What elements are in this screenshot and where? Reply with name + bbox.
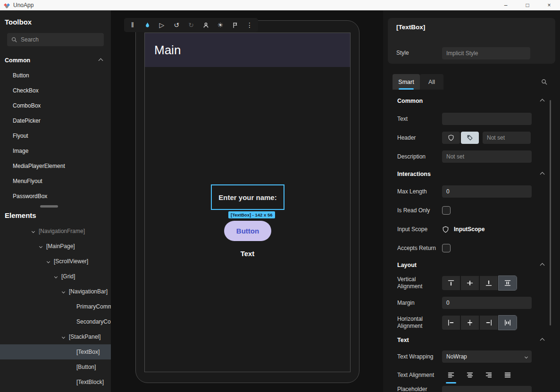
toolbox-item-mediaplayerelement[interactable]: MediaPlayerElement [0,158,111,174]
text-align-justify-button[interactable] [499,368,517,382]
hot-reload-flame-icon[interactable] [143,21,151,29]
redo-icon[interactable]: ↻ [187,21,195,29]
text-align-right-button[interactable] [480,368,498,382]
section-interactions[interactable]: Interactions [383,166,560,182]
tree-item-textblock[interactable]: [TextBlock] [0,375,111,390]
flag-icon[interactable] [231,21,239,29]
toolbox-item-datepicker[interactable]: DatePicker [0,113,111,128]
play-icon[interactable]: ▷ [158,21,166,29]
align-vcenter-icon [466,279,474,287]
max-length-field[interactable]: 0 [442,185,532,198]
tab-all[interactable]: All [420,74,443,90]
undo-icon[interactable]: ↺ [173,21,180,29]
selection-size-badge: [TextBox] - 142 x 56 [228,211,275,218]
align-top-button[interactable] [442,276,460,290]
align-hcenter-button[interactable] [461,316,479,330]
stretch-horizontal-button[interactable] [499,316,517,330]
tree-item-primarycommands[interactable]: PrimaryCommands [0,299,111,314]
input-scope-value[interactable]: InputScope [454,226,485,233]
app-preview-screen[interactable]: Main Enter your name: [TextBox] - 142 x … [144,33,351,372]
minimize-button[interactable]: – [495,0,517,10]
left-sidebar: Toolbox Common Button CheckBox ComboBox … [0,10,111,392]
align-left-button[interactable] [442,316,460,330]
margin-field[interactable]: 0 [442,297,532,309]
text-alignment-group [442,368,517,382]
tree-item-mainpage[interactable]: [MainPage] [0,239,111,254]
shield-icon [442,226,449,233]
placeholder-field[interactable] [442,386,532,392]
description-field[interactable]: Not set [442,150,532,163]
properties-list: Common Text Header Not set [383,92,560,392]
design-canvas: ‖ ▷ ↺ ↻ ☀ ⋮ Main Enter your name: [Text [111,10,383,392]
chevron-down-icon[interactable] [60,336,66,338]
tree-item-grid[interactable]: [Grid] [0,269,111,284]
toolbox-search-input[interactable] [21,36,92,43]
toolbox-search[interactable] [7,33,104,46]
preview-textblock[interactable]: Text [145,250,350,258]
text-wrapping-dropdown[interactable]: NoWrap [442,350,532,363]
style-input[interactable]: Implicit Style [442,47,530,59]
accepts-return-checkbox[interactable] [442,244,451,252]
close-button[interactable]: × [538,0,560,10]
toolbox-item-flyout[interactable]: Flyout [0,128,111,143]
toolbox-item-button[interactable]: Button [0,68,111,83]
preview-button[interactable]: Button [224,221,271,241]
text-label: Text [397,116,442,123]
more-icon[interactable]: ⋮ [246,21,253,29]
toolbox-item-menuflyout[interactable]: MenuFlyout [0,174,111,189]
section-text[interactable]: Text [383,333,560,347]
selected-textbox[interactable]: Enter your name: [211,184,284,210]
stretch-vertical-button[interactable] [499,276,517,290]
window-title: UnoApp [13,2,33,8]
tree-item-stackpanel[interactable]: [StackPanel] [0,329,111,344]
toolbox-item-image[interactable]: Image [0,143,111,158]
section-common[interactable]: Common [383,92,560,109]
pause-icon[interactable]: ‖ [129,21,136,29]
tree-item-navigationbar[interactable]: [NavigationBar] [0,284,111,299]
text-align-center-button[interactable] [461,368,479,382]
text-input[interactable] [446,116,527,122]
toolbox-item-combobox[interactable]: ComboBox [0,98,111,113]
align-right-button[interactable] [480,316,498,330]
header-label: Header [397,134,442,142]
text-align-left-button[interactable] [442,368,460,382]
tree-item-navigationframe[interactable]: [NavigationFrame] [0,224,111,239]
is-read-only-checkbox[interactable] [442,206,451,215]
toolbox-title: Toolbox [0,10,111,29]
align-hcenter-icon [466,319,474,326]
is-read-only-label: Is Read Only [397,207,442,214]
toolbox-scrollbar[interactable] [0,204,111,209]
chevron-down-icon[interactable] [38,245,43,248]
chevron-down-icon[interactable] [60,291,66,293]
toolbox-item-passwordbox[interactable]: PasswordBox [0,189,111,204]
section-layout[interactable]: Layout [383,258,560,273]
header-tag-toggle[interactable] [461,132,479,144]
tree-item-secondarycommands[interactable]: SecondaryCommands [0,314,111,329]
property-row-placeholder: Placeholder [383,384,560,392]
theme-icon[interactable]: ☀ [217,21,224,29]
header-binding-toggle[interactable] [442,132,460,144]
align-bottom-button[interactable] [480,276,498,290]
chevron-down-icon[interactable] [53,275,59,278]
user-sync-icon[interactable] [202,21,209,29]
property-row-header: Header Not set [383,128,560,147]
header-value-field[interactable]: Not set [483,132,531,144]
chevron-up-icon [540,338,545,342]
toolbox-section-common[interactable]: Common [0,53,111,68]
properties-search-icon[interactable] [541,78,548,85]
maximize-button[interactable]: □ [517,0,538,10]
tab-smart[interactable]: Smart [393,74,420,90]
horizontal-alignment-label: Horizontal Alignment [397,316,442,330]
chevron-down-icon[interactable] [45,260,51,263]
properties-scrollbar[interactable] [550,100,551,325]
align-vcenter-button[interactable] [461,276,479,290]
tree-item-button[interactable]: [Button] [0,359,111,375]
text-field[interactable] [442,113,532,125]
text-wrapping-value: NoWrap [446,353,467,360]
selected-element-card: [TextBox] Style Implicit Style [388,18,555,64]
chevron-down-icon[interactable] [30,230,36,233]
tree-item-textbox-selected[interactable]: [TextBox] [0,344,111,359]
tree-item-scrollviewer[interactable]: [ScrollViewer] [0,254,111,269]
style-label: Style [396,50,409,56]
toolbox-item-checkbox[interactable]: CheckBox [0,83,111,98]
